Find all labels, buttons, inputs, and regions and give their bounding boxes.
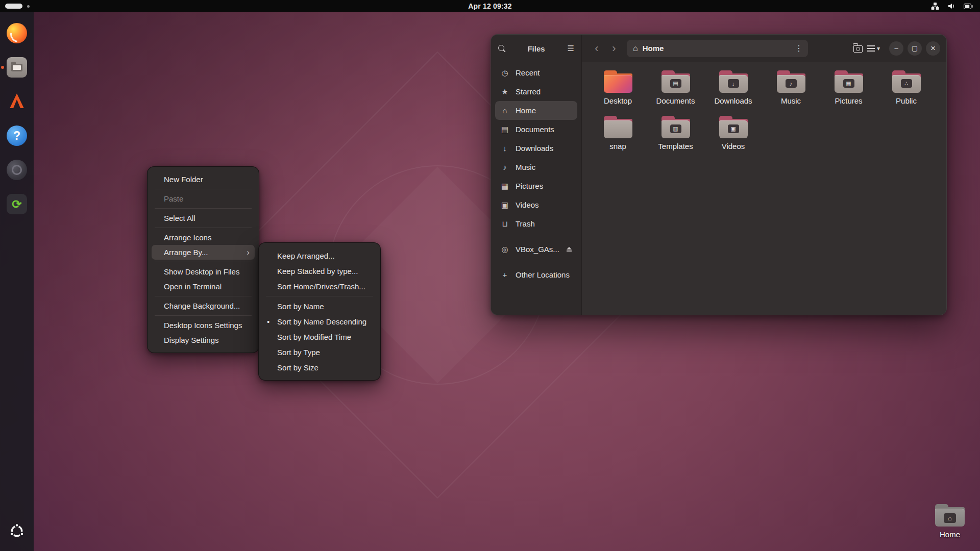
folder-documents[interactable]: ▤ Documents — [647, 68, 704, 114]
search-icon[interactable] — [498, 45, 506, 53]
minimize-button[interactable]: – — [889, 41, 903, 56]
menu-item-desktop-icons-settings[interactable]: Desktop Icons Settings — [152, 318, 255, 333]
menu-separator — [155, 208, 252, 209]
breadcrumb[interactable]: ⌂ Home ⋮ — [627, 40, 808, 57]
sidebar-item-other-locations[interactable]: +Other Locations — [495, 265, 577, 284]
eject-icon[interactable] — [566, 247, 572, 252]
dock-item-help[interactable]: ? — [5, 124, 29, 147]
sidebar-item-recent[interactable]: ◷Recent — [495, 63, 577, 82]
document-icon: ▤ — [500, 125, 509, 134]
software-updater-icon: ⟳ — [7, 194, 27, 214]
sidebar-item-pictures[interactable]: ▦Pictures — [495, 177, 577, 195]
menu-item-keep-stacked-by-type[interactable]: Keep Stacked by type... — [263, 263, 376, 279]
home-icon: ⌂ — [633, 44, 638, 53]
forward-button[interactable]: › — [605, 41, 623, 56]
files-content-area[interactable]: Desktop ▤ Documents ↓ Downloads ♪ Music … — [582, 62, 946, 315]
sidebar-item-trash[interactable]: ⊔Trash — [495, 214, 577, 233]
folder-snap[interactable]: snap — [589, 114, 647, 159]
dock-item-settings[interactable] — [5, 158, 29, 182]
menu-item-keep-arranged[interactable]: Keep Arranged... — [263, 248, 376, 263]
network-icon — [931, 2, 939, 10]
sidebar-item-home[interactable]: ⌂Home — [495, 101, 577, 120]
dock-item-files[interactable] — [5, 56, 29, 79]
clock[interactable]: Apr 12 09:32 — [468, 2, 512, 10]
menu-separator — [155, 228, 252, 228]
menu-item-arrange-icons[interactable]: Arrange Icons — [152, 230, 255, 245]
menu-item-select-all[interactable]: Select All — [152, 211, 255, 226]
files-main-pane: ‹ › ⌂ Home ⋮ ▾ – ▢ × Desktop — [582, 35, 946, 315]
folder-icon: ▥ — [662, 116, 690, 138]
menu-item-new-folder[interactable]: New Folder — [152, 172, 255, 187]
hamburger-menu-icon[interactable]: ☰ — [568, 44, 574, 53]
list-view-icon — [867, 45, 875, 52]
menu-item-sort-by-modified-time[interactable]: Sort by Modified Time — [263, 329, 376, 344]
music-icon: ♪ — [500, 163, 509, 171]
maximize-button[interactable]: ▢ — [908, 41, 922, 56]
files-window: Files ☰ ◷Recent ★Starred ⌂Home ▤Document… — [491, 34, 947, 315]
menu-separator — [155, 315, 252, 316]
chevron-down-icon: ▾ — [877, 45, 880, 52]
back-button[interactable]: ‹ — [588, 41, 605, 56]
menu-item-sort-by-name[interactable]: Sort by Name — [263, 298, 376, 314]
folder-icon — [604, 116, 632, 138]
folder-icon: ▣ — [719, 116, 748, 138]
folder-desktop[interactable]: Desktop — [589, 68, 647, 114]
running-indicator-dot — [1, 66, 4, 69]
menu-item-arrange-by[interactable]: Arrange By... › — [152, 245, 255, 260]
kebab-menu-icon[interactable]: ⋮ — [795, 43, 803, 53]
menu-item-open-in-terminal[interactable]: Open in Terminal — [152, 279, 255, 294]
window-headerbar: ‹ › ⌂ Home ⋮ ▾ – ▢ × — [582, 35, 946, 62]
ubuntu-logo-icon — [9, 523, 25, 541]
video-emblem-icon: ▣ — [728, 124, 739, 133]
folder-public[interactable]: ∴ Public — [877, 68, 935, 114]
radio-dot-icon: • — [267, 317, 277, 326]
menu-item-sort-by-name-descending[interactable]: •Sort by Name Descending — [263, 314, 376, 329]
menu-item-display-settings[interactable]: Display Settings — [152, 333, 255, 347]
menu-item-show-desktop-in-files[interactable]: Show Desktop in Files — [152, 264, 255, 279]
dock-item-firefox[interactable] — [5, 21, 29, 45]
sidebar-header: Files ☰ — [491, 35, 581, 62]
folder-videos[interactable]: ▣ Videos — [704, 114, 762, 159]
clock-icon: ◷ — [500, 68, 509, 78]
plus-icon: + — [500, 270, 509, 279]
dock-item-show-apps[interactable] — [5, 520, 29, 544]
menu-item-change-background[interactable]: Change Background... — [152, 298, 255, 313]
sidebar-item-videos[interactable]: ▣Videos — [495, 195, 577, 214]
volume-icon — [947, 2, 955, 10]
folder-pictures[interactable]: ▦ Pictures — [820, 68, 877, 114]
document-emblem-icon: ▤ — [670, 79, 681, 88]
sidebar-item-music[interactable]: ♪Music — [495, 158, 577, 177]
menu-item-sort-by-size[interactable]: Sort by Size — [263, 360, 376, 375]
sidebar-item-downloads[interactable]: ↓Downloads — [495, 139, 577, 158]
menu-item-paste[interactable]: Paste — [152, 191, 255, 206]
top-bar: Apr 12 09:32 — [0, 0, 980, 12]
folder-icon: ♪ — [777, 70, 805, 93]
search-folder-button[interactable] — [849, 41, 867, 56]
folder-music[interactable]: ♪ Music — [762, 68, 820, 114]
workspace-dot[interactable] — [27, 5, 30, 8]
folder-templates[interactable]: ▥ Templates — [647, 114, 704, 159]
close-button[interactable]: × — [926, 41, 940, 56]
sidebar-item-documents[interactable]: ▤Documents — [495, 120, 577, 139]
view-toggle-button[interactable]: ▾ — [867, 45, 880, 52]
download-icon: ↓ — [500, 144, 509, 153]
system-tray[interactable] — [931, 2, 980, 10]
dock-item-ubuntu-software[interactable] — [5, 90, 29, 113]
video-icon: ▣ — [500, 201, 509, 210]
workspace-indicator-pill[interactable] — [5, 4, 22, 9]
menu-item-sort-by-type[interactable]: Sort by Type — [263, 344, 376, 360]
window-title: Files — [527, 44, 545, 53]
folder-downloads[interactable]: ↓ Downloads — [704, 68, 762, 114]
folder-search-icon — [853, 45, 863, 53]
desktop-folder-icon — [604, 70, 632, 93]
menu-separator — [155, 189, 252, 189]
desktop-icon-home[interactable]: ⌂ Home — [932, 504, 968, 539]
dock-item-software-updater[interactable]: ⟳ — [5, 192, 29, 216]
home-icon: ⌂ — [500, 106, 509, 115]
files-icon — [7, 57, 27, 78]
menu-separator — [155, 296, 252, 296]
sidebar-item-vbox-gas[interactable]: ◎VBox_GAs... — [495, 240, 577, 259]
menu-item-sort-home-drives-trash[interactable]: Sort Home/Drives/Trash... — [263, 279, 376, 294]
folder-icon: ▤ — [662, 70, 690, 93]
sidebar-item-starred[interactable]: ★Starred — [495, 82, 577, 101]
